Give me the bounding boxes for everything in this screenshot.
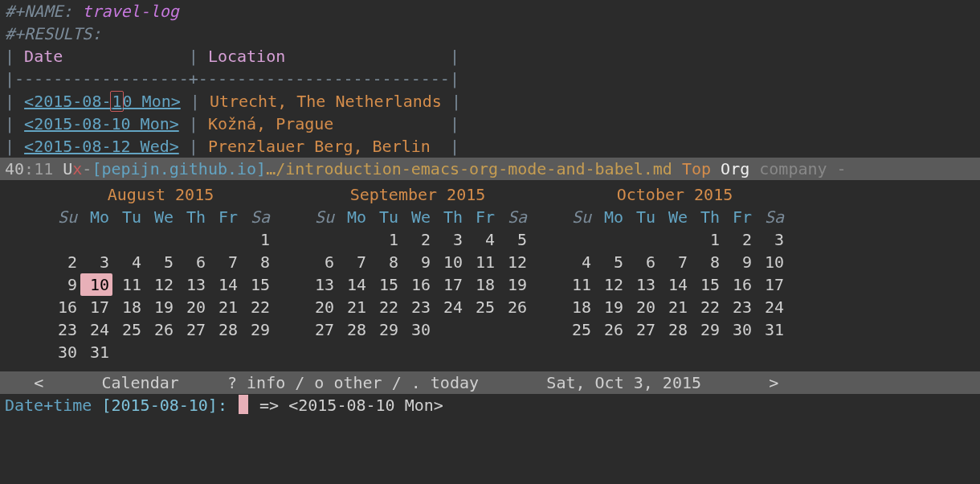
calendar-day[interactable]: 26 [498, 296, 530, 318]
calendar-day[interactable]: 9 [723, 251, 755, 273]
cal-next[interactable]: > [769, 373, 778, 392]
calendar-day[interactable]: 20 [305, 296, 337, 318]
calendar-day[interactable]: 26 [594, 318, 627, 341]
calendar-day[interactable]: 14 [659, 273, 691, 296]
calendar-day[interactable]: 24 [434, 296, 466, 318]
calendar-day[interactable]: 11 [466, 251, 498, 273]
calendar-day[interactable]: 15 [241, 273, 273, 296]
calendar-day[interactable]: 16 [402, 273, 434, 296]
calendar-day[interactable]: 16 [723, 273, 755, 296]
calendar-day[interactable]: 21 [337, 296, 370, 318]
calendar-day[interactable]: 22 [241, 296, 273, 318]
calendar-day[interactable]: 12 [594, 273, 627, 296]
calendar-day[interactable]: 28 [659, 318, 691, 341]
calendar-day[interactable]: 29 [691, 318, 723, 341]
calendar-day[interactable]: 20 [177, 296, 209, 318]
calendar-day[interactable]: 15 [691, 273, 723, 296]
calendar-day[interactable]: 19 [498, 273, 530, 296]
calendar-day[interactable]: 8 [241, 251, 273, 273]
calendar-day[interactable]: 23 [48, 318, 80, 341]
calendar-day[interactable]: 9 [402, 251, 434, 273]
calendar-day[interactable]: 22 [370, 296, 402, 318]
org-buffer[interactable]: #+NAME: travel-log #+RESULTS: | Date | L… [0, 0, 980, 158]
calendar-day[interactable]: 24 [80, 318, 112, 341]
calendar-day[interactable]: 23 [723, 296, 755, 318]
calendar-day[interactable]: 8 [691, 251, 723, 273]
calendar-window[interactable]: August 2015SuMoTuWeThFrSa123456789101112… [0, 180, 980, 363]
calendar-day[interactable]: 17 [755, 273, 787, 296]
calendar-day[interactable]: 1 [691, 228, 723, 251]
calendar-day[interactable]: 1 [370, 228, 402, 251]
calendar-day[interactable]: 10 [80, 273, 112, 296]
calendar-day[interactable]: 5 [145, 251, 177, 273]
calendar-day[interactable]: 7 [659, 251, 691, 273]
calendar-day[interactable]: 16 [48, 296, 80, 318]
calendar-day[interactable]: 4 [466, 228, 498, 251]
calendar-day[interactable]: 10 [755, 251, 787, 273]
calendar-day[interactable]: 9 [48, 273, 80, 296]
calendar-day[interactable]: 3 [755, 228, 787, 251]
calendar-day[interactable]: 30 [402, 318, 434, 341]
calendar-day[interactable]: 17 [80, 296, 112, 318]
calendar-day[interactable]: 7 [209, 251, 241, 273]
calendar-day[interactable]: 20 [627, 296, 659, 318]
calendar-day[interactable]: 29 [241, 318, 273, 341]
calendar-day[interactable]: 21 [659, 296, 691, 318]
calendar-day[interactable]: 3 [434, 228, 466, 251]
calendar-day[interactable]: 14 [337, 273, 370, 296]
calendar-day[interactable]: 27 [627, 318, 659, 341]
calendar-day[interactable]: 5 [594, 251, 627, 273]
calendar-day[interactable]: 19 [594, 296, 627, 318]
date-cell[interactable]: <2015-08-12 Wed> [24, 137, 179, 156]
date-cell[interactable]: <2015-08-10 Mon> [24, 114, 179, 133]
calendar-day[interactable]: 19 [145, 296, 177, 318]
calendar-day[interactable]: 22 [691, 296, 723, 318]
calendar-day[interactable]: 29 [370, 318, 402, 341]
calendar-day[interactable]: 11 [112, 273, 145, 296]
calendar-day[interactable]: 2 [723, 228, 755, 251]
calendar-day[interactable]: 30 [723, 318, 755, 341]
calendar-day[interactable]: 6 [627, 251, 659, 273]
calendar-day[interactable]: 13 [177, 273, 209, 296]
calendar-day[interactable]: 25 [112, 318, 145, 341]
calendar-day[interactable]: 21 [209, 296, 241, 318]
calendar-day[interactable]: 27 [177, 318, 209, 341]
calendar-day[interactable]: 11 [562, 273, 594, 296]
calendar-day[interactable]: 27 [305, 318, 337, 341]
calendar-day[interactable]: 4 [562, 251, 594, 273]
calendar-day[interactable]: 25 [466, 296, 498, 318]
calendar-day[interactable]: 7 [337, 251, 370, 273]
calendar-day[interactable]: 2 [48, 251, 80, 273]
calendar-day[interactable]: 26 [145, 318, 177, 341]
cal-prev[interactable]: < [34, 373, 43, 392]
calendar-day[interactable]: 14 [209, 273, 241, 296]
calendar-day[interactable]: 31 [755, 318, 787, 341]
calendar-day[interactable]: 31 [80, 341, 112, 363]
calendar-day[interactable]: 12 [145, 273, 177, 296]
calendar-day[interactable]: 12 [498, 251, 530, 273]
calendar-day[interactable]: 18 [562, 296, 594, 318]
calendar-day[interactable]: 4 [112, 251, 145, 273]
calendar-day[interactable]: 18 [466, 273, 498, 296]
calendar-day[interactable]: 6 [177, 251, 209, 273]
calendar-day[interactable]: 5 [498, 228, 530, 251]
calendar-day[interactable]: 30 [48, 341, 80, 363]
calendar-day[interactable]: 3 [80, 251, 112, 273]
calendar-day[interactable]: 15 [370, 273, 402, 296]
calendar-day[interactable]: 17 [434, 273, 466, 296]
calendar-day[interactable]: 28 [209, 318, 241, 341]
calendar-day[interactable]: 10 [434, 251, 466, 273]
date-cell[interactable]: <2015-08-10 Mon> [24, 92, 181, 111]
calendar-day[interactable]: 13 [627, 273, 659, 296]
calendar-day[interactable]: 25 [562, 318, 594, 341]
calendar-day[interactable]: 18 [112, 296, 145, 318]
calendar-day[interactable]: 6 [305, 251, 337, 273]
calendar-day[interactable]: 1 [241, 228, 273, 251]
calendar-day[interactable]: 13 [305, 273, 337, 296]
calendar-day[interactable]: 2 [402, 228, 434, 251]
minibuffer[interactable]: Date+time [2015-08-10]: => <2015-08-10 M… [0, 394, 980, 416]
calendar-day[interactable]: 24 [755, 296, 787, 318]
calendar-day[interactable]: 23 [402, 296, 434, 318]
calendar-day[interactable]: 8 [370, 251, 402, 273]
calendar-day[interactable]: 28 [337, 318, 370, 341]
